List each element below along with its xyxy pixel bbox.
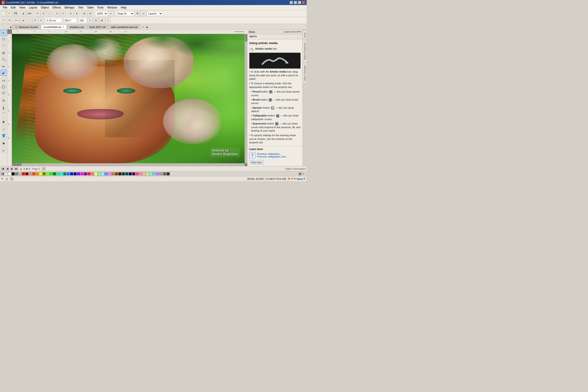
import-button[interactable]: ⬇: [68, 11, 74, 16]
tab-scroll-left[interactable]: ◀: [8, 25, 12, 29]
open-button[interactable]: 📂: [7, 11, 12, 16]
color-swatch-37[interactable]: [136, 172, 139, 176]
color-swatch-39[interactable]: [142, 172, 146, 176]
color-swatch-3[interactable]: [18, 172, 22, 176]
color-swatch-22[interactable]: [84, 172, 87, 176]
learn-more-item-1[interactable]: ? Drawing calligraphic... Pressure calli…: [249, 151, 301, 159]
hints-pin-btn[interactable]: 📌: [296, 30, 299, 33]
calligraphic-btn[interactable]: ✒: [32, 18, 38, 23]
new-button[interactable]: 📄: [1, 11, 6, 16]
export-button[interactable]: ⬆: [74, 11, 80, 16]
preset-btn[interactable]: ⊢⊣: [14, 18, 20, 23]
eyedropper-tool-btn[interactable]: 💉: [1, 126, 7, 132]
next-page-btn[interactable]: ▶: [10, 167, 14, 170]
tab-suite[interactable]: Suite 2017.cdr: [87, 24, 108, 29]
expression-btn[interactable]: ✦: [38, 18, 44, 23]
zoom-level-dropdown[interactable]: 126% 100% 75% 50%: [95, 11, 108, 16]
help-topic-button[interactable]: Help topic: [249, 160, 264, 165]
copy-button[interactable]: ⎘: [41, 11, 46, 16]
size-input[interactable]: [46, 18, 62, 23]
color-swatch-4[interactable]: [22, 172, 25, 176]
vert-tab-hints[interactable]: Hints: [303, 30, 307, 40]
color-swatch-13[interactable]: [53, 172, 56, 176]
status-icon-1[interactable]: 🎨: [288, 177, 291, 180]
color-swatch-45[interactable]: [163, 172, 166, 176]
menu-bitmaps[interactable]: Bitmaps: [63, 6, 76, 10]
smart-fill-btn[interactable]: ◈: [1, 140, 7, 146]
pick-tool-btn[interactable]: ↖: [1, 30, 7, 36]
crop-tool-btn[interactable]: ⊡: [1, 50, 7, 56]
artistic-media-btn[interactable]: 🖌: [1, 70, 7, 76]
color-swatch-11[interactable]: [46, 172, 49, 176]
pick-select-btn[interactable]: ↖: [1, 18, 6, 23]
color-swatch-43[interactable]: [156, 172, 160, 176]
menu-file[interactable]: File: [1, 6, 9, 10]
ellipse-tool-btn[interactable]: ◯: [1, 84, 7, 90]
color-swatch-28[interactable]: [104, 172, 108, 176]
hints-tab-main[interactable]: HINTS: [247, 34, 259, 39]
vert-tab-object-manager[interactable]: Object Manager: [303, 63, 307, 83]
freehand-btn[interactable]: ✏: [7, 18, 12, 23]
color-swatch-10[interactable]: [42, 172, 46, 176]
undo-button[interactable]: ↩: [54, 11, 60, 16]
canvas-content[interactable]: Artwork by Dmitrii Brighidov: [12, 34, 244, 163]
canvas-horizontal-scrollbar[interactable]: [12, 163, 244, 166]
angle-input[interactable]: [64, 18, 77, 23]
sprayer-btn[interactable]: 💨: [26, 18, 32, 23]
palette-scroll-right[interactable]: ▶: [298, 172, 302, 176]
color-swatch-42[interactable]: [153, 172, 156, 176]
tab-graphics[interactable]: Graphics.cdr: [67, 24, 86, 29]
color-swatch-5[interactable]: [25, 172, 28, 176]
color-swatch-20[interactable]: [77, 172, 80, 176]
view-btn1[interactable]: ⊟: [88, 11, 93, 16]
status-icon-3[interactable]: ✕: [294, 177, 296, 180]
color-swatch-6[interactable]: [29, 172, 32, 176]
print-button[interactable]: 🖨: [20, 11, 26, 16]
color-swatch-8[interactable]: [36, 172, 39, 176]
percent-input[interactable]: [79, 18, 87, 23]
straighten-tool-btn[interactable]: ~: [1, 42, 7, 48]
color-swatch-40[interactable]: [146, 172, 149, 176]
menu-edit[interactable]: Edit: [9, 6, 18, 10]
paste-button[interactable]: 📋: [47, 11, 52, 16]
color-swatch-18[interactable]: [70, 172, 73, 176]
text-tool-btn[interactable]: A: [1, 97, 7, 103]
freehand-draw-btn[interactable]: ✏: [1, 64, 7, 70]
paint-bucket-btn[interactable]: 🪣: [1, 132, 7, 138]
menu-help[interactable]: Help: [119, 6, 128, 10]
save-button[interactable]: 💾: [13, 11, 18, 16]
polygon-tool-btn[interactable]: ⬡: [1, 90, 7, 96]
node-edit-tool-btn[interactable]: ⬡: [1, 36, 7, 42]
snap-to-dropdown[interactable]: Snap To: [116, 11, 134, 16]
prev-page-btn[interactable]: ◀: [6, 167, 9, 170]
add-preset-btn[interactable]: +: [87, 18, 93, 23]
blend-tool-btn[interactable]: ⊕: [1, 119, 7, 125]
menu-window[interactable]: Window: [106, 6, 119, 10]
color-swatch-41[interactable]: [149, 172, 152, 176]
status-icon-2[interactable]: ✏: [291, 177, 293, 180]
menu-table[interactable]: Table: [85, 6, 95, 10]
color-swatch-23[interactable]: [87, 172, 90, 176]
tab-coreldraw-close[interactable]: ✕: [62, 26, 64, 28]
options-btn[interactable]: ▭: [140, 11, 146, 16]
launch-dropdown[interactable]: Launch: [146, 11, 162, 16]
help-button[interactable]: ?: [290, 1, 293, 4]
color-swatch-24[interactable]: [91, 172, 94, 176]
canvas-area[interactable]: 1 4 7 10 13 16 19 22 centimeters 2 4 6 8…: [7, 30, 247, 166]
color-swatch-15[interactable]: [60, 172, 63, 176]
color-swatch-19[interactable]: [74, 172, 77, 176]
tab-scroll-right[interactable]: ▶: [146, 25, 150, 29]
status-icon-4[interactable]: ✕: [303, 177, 305, 180]
color-swatch-7[interactable]: [32, 172, 35, 176]
close-button[interactable]: ✕: [302, 1, 305, 4]
pdf-button[interactable]: PDF: [26, 11, 33, 16]
color-swatch-46[interactable]: [166, 172, 170, 176]
color-swatch-36[interactable]: [132, 172, 135, 176]
color-swatch-31[interactable]: [115, 172, 118, 176]
settings-btn[interactable]: ⚙: [134, 11, 140, 16]
color-swatch-44[interactable]: [160, 172, 163, 176]
color-swatch-25[interactable]: [94, 172, 98, 176]
zoom-in-btn[interactable]: +: [108, 11, 114, 16]
add-page-btn[interactable]: +: [42, 167, 46, 170]
color-swatch-2[interactable]: [15, 172, 18, 176]
